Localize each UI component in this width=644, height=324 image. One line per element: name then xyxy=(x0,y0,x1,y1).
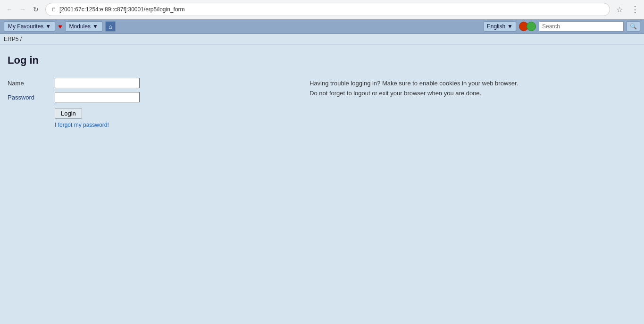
name-input[interactable] xyxy=(55,78,140,88)
name-row: Name xyxy=(8,78,196,88)
bookmark-button[interactable]: ☆ xyxy=(614,4,625,15)
page-title: Log in xyxy=(8,54,636,66)
search-button[interactable]: 🔍 xyxy=(627,21,640,32)
favourites-dropdown-icon: ▼ xyxy=(45,23,51,30)
language-label: English xyxy=(487,23,505,30)
address-text: [2001:67c:1254:e:89::c87f]:30001/erp5/lo… xyxy=(59,6,604,13)
page-icon: 🗒 xyxy=(51,7,57,12)
heart-icon: ♥ xyxy=(58,23,62,30)
favourites-button[interactable]: My Favourites ▼ xyxy=(4,21,55,32)
back-button[interactable]: ← xyxy=(4,4,15,15)
name-label: Name xyxy=(8,80,55,87)
page-content: Log in Name Password Login I forgot my p… xyxy=(0,45,644,324)
user-icon-green xyxy=(527,22,536,31)
modules-label: Modules xyxy=(69,23,91,30)
app-toolbar-right: English ▼ 🔍 xyxy=(484,21,640,32)
login-help: Having trouble logging in? Make sure to … xyxy=(309,78,518,100)
password-label: Password xyxy=(8,94,55,101)
modules-button[interactable]: Modules ▼ xyxy=(65,21,102,32)
login-button-row: Login xyxy=(8,106,196,119)
user-icons xyxy=(519,22,536,31)
login-button[interactable]: Login xyxy=(55,108,82,119)
breadcrumb-separator: / xyxy=(20,36,22,42)
app-toolbar-left: My Favourites ▼ ♥ Modules ▼ ⌂ xyxy=(4,21,481,32)
browser-chrome: ← → ↻ 🗒 [2001:67c:1254:e:89::c87f]:30001… xyxy=(0,0,644,19)
language-dropdown-icon: ▼ xyxy=(507,23,513,30)
forward-button[interactable]: → xyxy=(17,4,28,15)
modules-dropdown-icon: ▼ xyxy=(92,23,98,30)
login-layout: Name Password Login I forgot my password… xyxy=(8,78,636,128)
forgot-password-link[interactable]: I forgot my password! xyxy=(55,122,196,128)
help-text-line1: Having trouble logging in? Make sure to … xyxy=(309,80,518,87)
help-text-line2: Do not forget to logout or exit your bro… xyxy=(309,90,518,97)
app-toolbar: My Favourites ▼ ♥ Modules ▼ ⌂ English ▼ … xyxy=(0,19,644,34)
favourites-label: My Favourites xyxy=(8,23,43,30)
address-bar[interactable]: 🗒 [2001:67c:1254:e:89::c87f]:30001/erp5/… xyxy=(45,3,610,16)
browser-menu-button[interactable]: ⋮ xyxy=(629,4,640,15)
breadcrumb-erp5-link[interactable]: ERP5 xyxy=(4,36,18,42)
search-input[interactable] xyxy=(539,21,624,32)
login-form-section: Name Password Login I forgot my password… xyxy=(8,78,196,128)
language-selector[interactable]: English ▼ xyxy=(484,21,516,32)
password-row: Password xyxy=(8,92,196,102)
home-button[interactable]: ⌂ xyxy=(105,21,116,32)
password-input[interactable] xyxy=(55,92,140,102)
reload-button[interactable]: ↻ xyxy=(30,4,42,15)
browser-nav-buttons: ← → ↻ xyxy=(4,4,42,15)
browser-toolbar: ← → ↻ 🗒 [2001:67c:1254:e:89::c87f]:30001… xyxy=(0,0,644,19)
breadcrumb: ERP5 / xyxy=(0,34,644,45)
